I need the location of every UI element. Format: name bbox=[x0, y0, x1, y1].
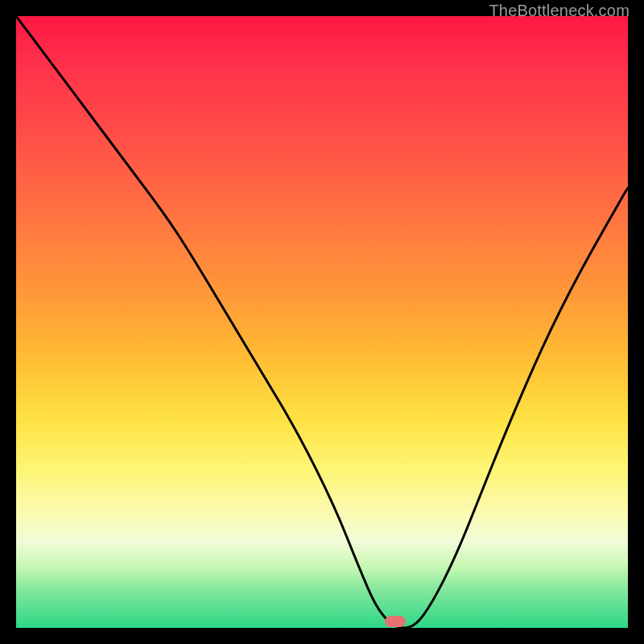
plot-area bbox=[16, 16, 628, 628]
optimal-marker bbox=[385, 616, 406, 627]
chart-frame: TheBottleneck.com bbox=[0, 0, 644, 644]
bottleneck-curve bbox=[16, 16, 628, 628]
